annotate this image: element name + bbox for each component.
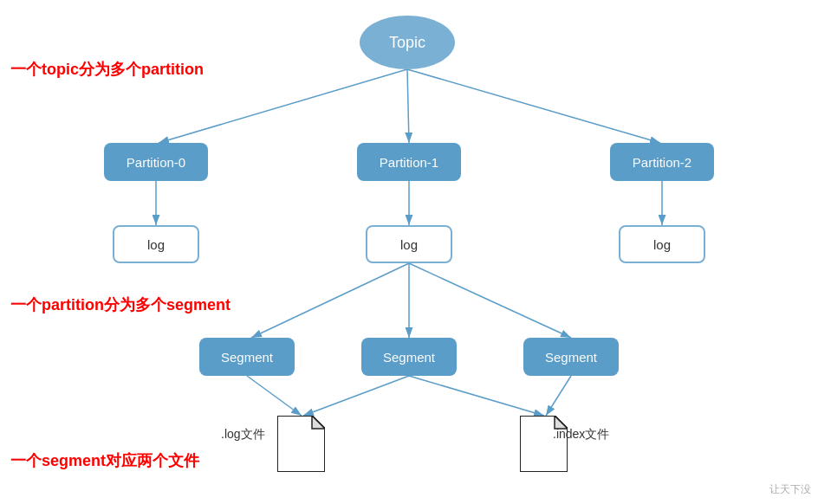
svg-line-11 bbox=[303, 376, 409, 416]
segment-0-label: Segment bbox=[221, 350, 273, 365]
segment-0-node: Segment bbox=[199, 338, 295, 376]
log-1-label: log bbox=[400, 237, 418, 252]
partition-2-label: Partition-2 bbox=[633, 155, 691, 170]
partition-2-node: Partition-2 bbox=[610, 143, 714, 181]
watermark: 让天下没 bbox=[769, 482, 811, 497]
log-0-label: log bbox=[147, 237, 165, 252]
log-2-label: log bbox=[653, 237, 671, 252]
partition-1-node: Partition-1 bbox=[357, 143, 461, 181]
log-0-node: log bbox=[113, 225, 199, 263]
partition-0-label: Partition-0 bbox=[127, 155, 185, 170]
partition-0-node: Partition-0 bbox=[104, 143, 208, 181]
log-file-label: .log文件 bbox=[221, 427, 265, 443]
svg-line-7 bbox=[251, 263, 409, 338]
diagram-container: Topic Partition-0 Partition-1 Partition-… bbox=[0, 0, 818, 504]
svg-line-9 bbox=[409, 263, 571, 338]
partition-1-label: Partition-1 bbox=[380, 155, 438, 170]
svg-marker-15 bbox=[312, 416, 325, 429]
index-file-label: .index文件 bbox=[553, 427, 609, 443]
svg-line-3 bbox=[407, 69, 660, 143]
segment-2-node: Segment bbox=[523, 338, 619, 376]
topic-label: Topic bbox=[389, 34, 425, 52]
svg-line-10 bbox=[247, 376, 302, 416]
topic-node: Topic bbox=[360, 16, 455, 69]
log-file-icon bbox=[277, 416, 325, 472]
segment-1-node: Segment bbox=[361, 338, 457, 376]
log-1-node: log bbox=[366, 225, 452, 263]
annotation-segment: 一个segment对应两个文件 bbox=[10, 450, 199, 471]
segment-2-label: Segment bbox=[545, 350, 597, 365]
svg-line-13 bbox=[546, 376, 571, 416]
svg-line-1 bbox=[159, 69, 407, 143]
svg-line-12 bbox=[409, 376, 544, 416]
svg-line-2 bbox=[407, 69, 409, 143]
annotation-partition: 一个partition分为多个segment bbox=[10, 294, 230, 315]
segment-1-label: Segment bbox=[383, 350, 435, 365]
annotation-topic: 一个topic分为多个partition bbox=[10, 59, 204, 80]
index-file-icon bbox=[520, 416, 568, 472]
log-2-node: log bbox=[619, 225, 705, 263]
